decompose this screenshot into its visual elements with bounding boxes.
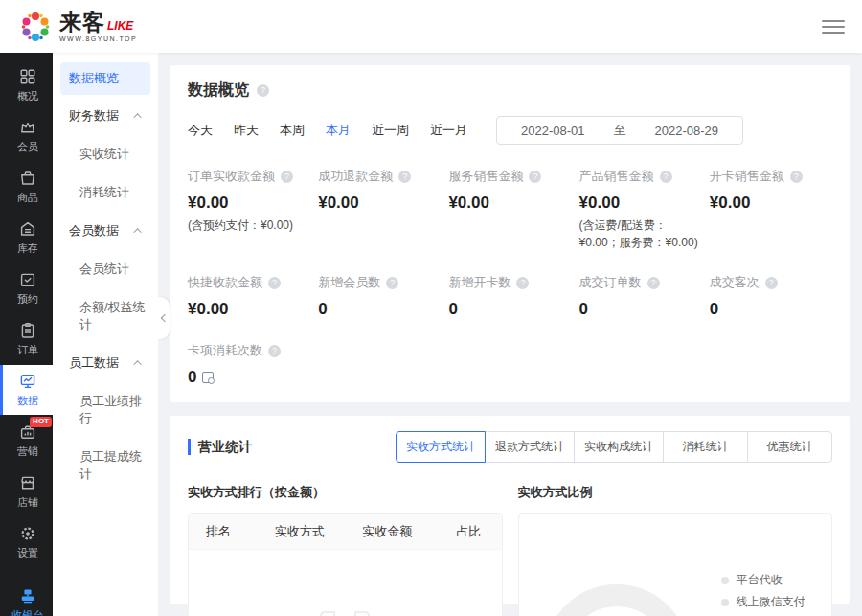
stat-value: 0	[710, 300, 832, 319]
calendar-check-icon	[19, 271, 36, 288]
help-icon[interactable]	[268, 345, 281, 357]
payment-proportion-panel: 实收方式比例 总金额 ¥0.00 平台代收	[518, 484, 833, 616]
sidebar-label: 设置	[17, 546, 38, 560]
tab-payment-method[interactable]: 实收方式统计	[396, 431, 486, 463]
stat-label: 成交订单数	[579, 274, 642, 291]
help-icon[interactable]	[268, 277, 281, 289]
stat-refund: 成功退款金额 ¥0.00	[318, 168, 441, 251]
legend-dot-icon	[721, 599, 729, 606]
help-icon[interactable]	[790, 171, 803, 183]
stat-label: 开卡销售金额	[710, 168, 784, 185]
stat-value: 0	[579, 300, 702, 319]
date-range-picker[interactable]: 2022-08-01 至 2022-08-29	[496, 116, 743, 145]
tab-income-composition[interactable]: 实收构成统计	[574, 431, 664, 463]
top-header: 来客 LIKE WWW.8GYUN.TOP	[0, 0, 862, 53]
column-header: 实收金额	[345, 514, 439, 549]
submenu-item-staff-ranking[interactable]: 员工业绩排行	[53, 382, 158, 438]
sidebar-item-products[interactable]: 商品	[0, 162, 53, 212]
help-icon[interactable]	[281, 171, 293, 183]
submenu-group-finance[interactable]: 财务数据	[53, 97, 158, 135]
chevron-up-icon	[133, 360, 141, 368]
legend-dot-icon	[721, 577, 729, 584]
sidebar-label: 收银台	[12, 608, 44, 616]
sidebar-item-members[interactable]: 会员	[0, 111, 53, 161]
help-icon[interactable]	[398, 171, 411, 183]
help-icon[interactable]	[660, 171, 672, 183]
stat-card-sales: 开卡销售金额 ¥0.00	[710, 168, 832, 251]
stat-value: ¥0.00	[188, 300, 310, 319]
submenu-group-member[interactable]: 会员数据	[53, 212, 158, 250]
gear-icon	[19, 525, 36, 542]
cash-register-icon	[19, 587, 36, 605]
filter-last-week[interactable]: 近一周	[372, 122, 409, 139]
stat-value: ¥0.00	[318, 194, 441, 213]
page-title: 数据概览	[188, 80, 249, 101]
submenu-item-staff-commission[interactable]: 员工提成统计	[53, 438, 158, 493]
crown-icon	[19, 119, 36, 136]
submenu-group-label: 财务数据	[69, 107, 119, 125]
stat-new-cards: 新增开卡数 0	[448, 274, 571, 319]
stat-orders-count: 成交订单数 0	[579, 274, 702, 319]
sidebar-label: 预约	[17, 292, 38, 307]
sidebar-item-store[interactable]: 店铺	[0, 467, 53, 516]
monitor-chart-icon	[19, 373, 36, 390]
filter-last-month[interactable]: 近一月	[430, 122, 467, 139]
filter-this-week[interactable]: 本周	[280, 122, 305, 139]
sidebar-item-inventory[interactable]: 库存	[0, 213, 53, 262]
filter-today[interactable]: 今天	[188, 122, 213, 139]
stat-label: 新增开卡数	[448, 274, 510, 291]
stat-value: ¥0.00	[188, 194, 310, 213]
submenu-item-consumption-stats[interactable]: 消耗统计	[53, 173, 158, 212]
empty-state: 暂无数据	[189, 550, 502, 616]
stat-note: (含运费/配送费：¥0.00；服务费：¥0.00)	[579, 217, 702, 251]
sidebar-item-overview[interactable]: 概况	[0, 60, 53, 110]
help-icon[interactable]	[386, 277, 398, 289]
stat-service-sales: 服务销售金额 ¥0.00	[448, 168, 571, 251]
menu-hamburger-icon[interactable]	[822, 12, 845, 41]
storefront-icon	[19, 474, 36, 491]
submenu-item-data-overview[interactable]: 数据概览	[60, 62, 150, 95]
stats-grid: 订单实收款金额 ¥0.00 (含预约支付：¥0.00) 成功退款金额 ¥0.00…	[188, 168, 832, 387]
start-date: 2022-08-01	[521, 124, 585, 138]
stat-label: 成交客次	[710, 274, 760, 291]
sidebar-label: 订单	[17, 343, 38, 357]
main-content: 数据概览 今天 昨天 本周 本月 近一周 近一月 2022-08-01 至 20…	[158, 53, 862, 616]
filter-yesterday[interactable]: 昨天	[234, 122, 259, 139]
filter-this-month[interactable]: 本月	[326, 122, 351, 139]
stat-label: 卡项消耗次数	[188, 342, 262, 359]
panel-title: 实收方式比例	[518, 484, 833, 501]
help-icon[interactable]	[529, 171, 541, 183]
tab-refund-method[interactable]: 退款方式统计	[485, 431, 575, 463]
sidebar-label: 库存	[17, 241, 38, 256]
help-icon[interactable]	[765, 277, 778, 289]
submenu-group-label: 员工数据	[69, 354, 119, 372]
submenu-item-balance-stats[interactable]: 余额/权益统计	[53, 288, 158, 344]
section-title: 营业统计	[188, 439, 252, 455]
help-icon[interactable]	[516, 277, 529, 289]
sidebar-item-orders[interactable]: 订单	[0, 314, 53, 364]
sidebar-item-cashier[interactable]: 收银台	[0, 580, 53, 616]
sidebar-item-marketing[interactable]: HOT 营销	[0, 416, 53, 466]
stat-quick-payment: 快捷收款金额 ¥0.00	[188, 274, 310, 319]
help-icon[interactable]	[257, 84, 269, 97]
tab-consumption[interactable]: 消耗统计	[663, 431, 748, 463]
stat-customer-visits: 成交客次 0	[710, 274, 832, 319]
submenu-item-member-stats[interactable]: 会员统计	[53, 250, 158, 288]
grid-icon	[19, 68, 36, 85]
legend-item[interactable]: 平台代收	[721, 572, 818, 588]
sidebar-label: 数据	[17, 394, 38, 408]
tab-discount[interactable]: 优惠统计	[747, 431, 832, 463]
submenu-item-received-stats[interactable]: 实收统计	[53, 135, 158, 173]
sidebar-item-appointments[interactable]: 预约	[0, 263, 53, 313]
stat-note: (含预约支付：¥0.00)	[188, 217, 310, 234]
submenu-group-staff[interactable]: 员工数据	[53, 344, 158, 382]
sidebar-collapse-handle[interactable]	[158, 297, 170, 339]
sidebar-item-data[interactable]: 数据	[0, 365, 53, 415]
column-header: 占比	[439, 514, 501, 549]
stat-card-consumption: 卡项消耗次数 0	[188, 342, 310, 387]
sidebar-item-settings[interactable]: 设置	[0, 517, 53, 567]
legend-item[interactable]: 线上微信支付	[721, 594, 818, 610]
help-icon[interactable]	[647, 277, 660, 289]
sidebar-label: 营销	[17, 445, 38, 459]
detail-search-icon[interactable]	[202, 372, 214, 383]
